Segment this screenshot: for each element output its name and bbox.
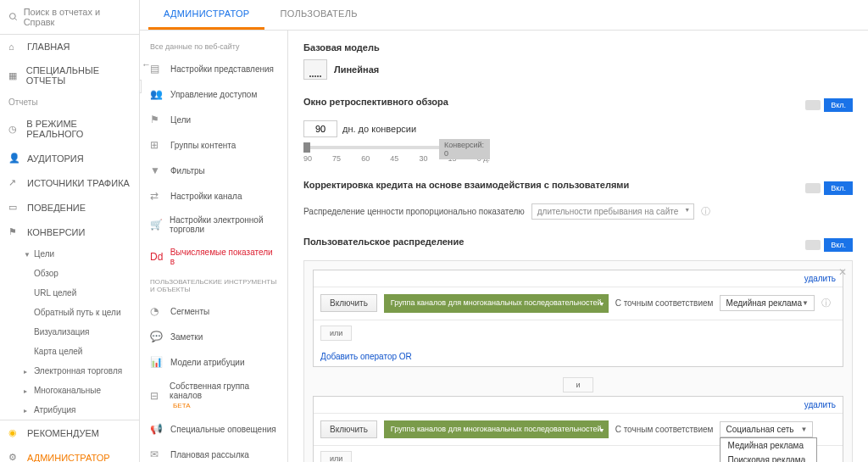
search-placeholder: Поиск в отчетах и Справк — [24, 7, 131, 27]
nav-admin[interactable]: ⚙АДМИНИСТРАТОР — [0, 445, 139, 462]
subnav-url[interactable]: URL целей — [24, 283, 139, 303]
match-label-1: С точным соответствием — [615, 298, 714, 308]
tab-admin[interactable]: АДМИНИСТРАТОР — [148, 0, 264, 30]
subnav-goals[interactable]: ▼Цели — [24, 244, 139, 264]
admin-channel-settings[interactable]: ⇄Настройки канала — [140, 183, 287, 209]
reports-label: Отчеты — [0, 92, 139, 112]
linear-model-icon[interactable] — [303, 59, 327, 80]
value-dropdown-open: Медийная реклама Поисковая реклама Друга… — [720, 437, 817, 462]
admin-heading: Все данные по веб-сайту — [140, 37, 287, 56]
info-icon[interactable]: ⓘ — [701, 205, 710, 218]
base-model-title: Базовая модель — [303, 42, 853, 53]
collapse-icon[interactable]: ↤ — [140, 80, 142, 93]
svg-point-0 — [9, 14, 15, 19]
left-sidebar: Поиск в отчетах и Справк ⌂ГЛАВНАЯ ▦СПЕЦИ… — [0, 0, 140, 462]
or-label: или — [320, 451, 352, 462]
subnav-map[interactable]: Карта целей — [24, 342, 139, 361]
base-model-value: Линейная — [334, 64, 379, 75]
add-or-1[interactable]: Добавить оператор OR — [320, 352, 412, 361]
nav-conversions[interactable]: ⚑КОНВЕРСИИ — [0, 220, 139, 244]
admin-panel: Все данные по веб-сайту ←↤ ▤Настройки пр… — [140, 31, 288, 462]
nav-home[interactable]: ⌂ГЛАВНАЯ — [0, 35, 139, 58]
close-icon[interactable]: ✕ — [838, 266, 847, 278]
channel-chip-2[interactable]: Группа каналов для многоканальных послед… — [384, 420, 609, 439]
dropdown-option[interactable]: Поисковая реклама — [721, 453, 816, 462]
admin-personal-heading: ПОЛЬЗОВАТЕЛЬСКИЕ ИНСТРУМЕНТЫ И ОБЪЕКТЫ — [140, 273, 287, 298]
lookback-unit: дн. до конверсии — [342, 124, 416, 134]
value-select-2[interactable]: Социальная сеть▼ Медийная реклама Поиско… — [720, 421, 813, 437]
search-input[interactable]: Поиск в отчетах и Справк — [0, 0, 139, 35]
nav-realtime[interactable]: ◷В РЕЖИМЕ РЕАЛЬНОГО — [0, 112, 139, 146]
admin-ecommerce-settings[interactable]: 🛒Настройки электронной торговли — [140, 209, 287, 241]
rules-container: ✕ удалить Включить Группа каналов для мн… — [303, 260, 853, 462]
match-label-2: С точным соответствием — [615, 425, 714, 434]
nav-behavior[interactable]: ▭ПОВЕДЕНИЕ — [0, 195, 139, 220]
nav-special-reports[interactable]: ▦СПЕЦИАЛЬНЫЕ ОТЧЕТЫ — [0, 58, 139, 92]
config-area: Базовая модель Линейная Окно ретроспекти… — [288, 31, 868, 462]
credit-toggle[interactable]: Вкл. — [805, 181, 853, 195]
subnav-reverse[interactable]: Обратный путь к цели — [24, 303, 139, 322]
admin-content-groups[interactable]: ⊞Группы контента — [140, 132, 287, 158]
admin-notes[interactable]: 💬Заметки — [140, 324, 287, 349]
subnav-multichannel[interactable]: ▸Многоканальные — [24, 381, 139, 400]
credit-label: Распределение ценности пропорционально п… — [303, 207, 525, 216]
and-separator: и — [563, 377, 593, 392]
value-select-1[interactable]: Медийная реклама▼ — [720, 295, 814, 311]
credit-metric-dropdown[interactable]: длительности пребывания на сайте — [531, 203, 694, 220]
admin-view-settings[interactable]: ▤Настройки представления — [140, 56, 287, 81]
lookback-toggle[interactable]: Вкл. — [805, 98, 853, 112]
lookback-title: Окно ретроспективного обзора — [303, 97, 448, 107]
nav-acquisition[interactable]: ↗ИСТОЧНИКИ ТРАФИКА — [0, 170, 139, 195]
info-icon[interactable]: ⓘ — [821, 297, 831, 309]
custom-toggle[interactable]: Вкл. — [805, 238, 853, 252]
subnav-attribution[interactable]: ▸Атрибуция — [24, 400, 139, 420]
admin-calc-metrics[interactable]: DdВычисляемые показатели в — [140, 241, 287, 273]
credit-title: Корректировка кредита на основе взаимоде… — [303, 180, 629, 190]
nav-audience[interactable]: 👤АУДИТОРИЯ — [0, 146, 139, 170]
rule-block-1: удалить Включить Группа каналов для мног… — [313, 270, 843, 367]
admin-goals[interactable]: ⚑Цели — [140, 107, 287, 132]
delete-rule-1[interactable]: удалить — [804, 274, 836, 283]
admin-user-mgmt[interactable]: 👥Управление доступом — [140, 81, 287, 107]
svg-line-1 — [14, 18, 16, 19]
admin-filters[interactable]: ▼Фильтры — [140, 158, 287, 183]
tabs: АДМИНИСТРАТОР ПОЛЬЗОВАТЕЛЬ — [140, 0, 868, 31]
subnav-overview[interactable]: Обзор — [24, 264, 139, 283]
lookback-days-input[interactable] — [303, 120, 337, 137]
include-button-2[interactable]: Включить — [320, 420, 377, 438]
admin-custom-channel[interactable]: ⊟Собственная группа каналовБЕТА — [140, 375, 287, 416]
admin-scheduled-emails[interactable]: ✉Плановая рассылка — [140, 442, 287, 462]
delete-rule-2[interactable]: удалить — [804, 400, 836, 409]
nav-recommend[interactable]: ◉РЕКОМЕНДУЕМ — [0, 420, 139, 445]
admin-attribution-models[interactable]: 📊Модели атрибуции — [140, 349, 287, 375]
lookback-slider[interactable]: Конверсий: 0 90 75 60 45 30 15 0 д. — [303, 146, 490, 163]
channel-chip-1[interactable]: Группа каналов для многоканальных послед… — [384, 294, 609, 313]
dropdown-option[interactable]: Медийная реклама — [721, 438, 816, 453]
subnav-viz[interactable]: Визуализация — [24, 322, 139, 342]
tab-user[interactable]: ПОЛЬЗОВАТЕЛЬ — [264, 0, 372, 30]
admin-custom-alerts[interactable]: 📢Специальные оповещения — [140, 416, 287, 442]
admin-segments[interactable]: ◔Сегменты — [140, 298, 287, 324]
include-button-1[interactable]: Включить — [320, 294, 377, 312]
subnav-ecommerce[interactable]: ▸Электронная торговля — [24, 361, 139, 381]
rule-block-2: удалить Включить Группа каналов для мног… — [313, 396, 843, 462]
or-label: или — [320, 326, 352, 341]
custom-title: Пользовательское распределение — [303, 237, 464, 247]
